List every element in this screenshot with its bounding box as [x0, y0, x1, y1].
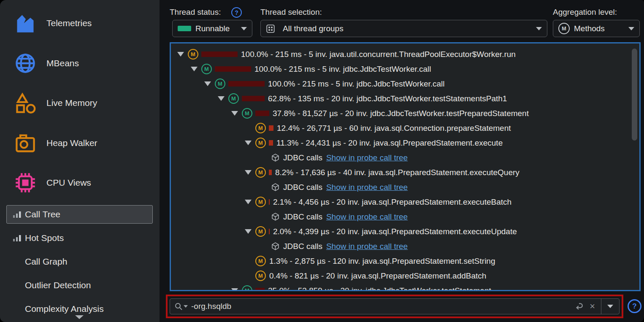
call-tree-row[interactable]: M 37.8% - 81,527 µs - 20 inv. jdbc.JdbcT… — [171, 106, 639, 121]
expand-arrow-icon[interactable] — [229, 111, 240, 116]
thread-status-help-icon[interactable]: ? — [231, 7, 242, 18]
probe-row[interactable]: JDBC calls Show in probe call tree — [171, 150, 639, 165]
sidebar-item-telemetries[interactable]: Telemetries — [0, 11, 160, 35]
icon-placeholder — [12, 304, 22, 314]
thread-status-value: Runnable — [195, 24, 230, 33]
call-tree-panel: M 100.0% - 215 ms - 5 inv. java.util.con… — [170, 42, 641, 291]
thread-selection-select[interactable]: All thread groups — [260, 20, 547, 37]
expand-arrow-icon[interactable] — [243, 170, 254, 175]
method-icon: M — [255, 226, 266, 237]
call-tree-row-label: 100.0% - 215 ms - 5 inv. jdbc.JdbcTestWo… — [254, 65, 431, 74]
call-tree-row[interactable]: M 0.4% - 821 µs - 20 inv. java.sql.Prepa… — [171, 268, 639, 283]
sidebar-item-mbeans[interactable]: MBeans — [0, 51, 160, 75]
probe-row[interactable]: JDBC calls Show in probe call tree — [171, 239, 639, 254]
expand-arrow-icon[interactable] — [189, 67, 200, 71]
call-tree-row[interactable]: M 62.8% - 135 ms - 20 inv. jdbc.JdbcTest… — [171, 91, 639, 106]
call-tree-row[interactable]: M 8.2% - 17,636 µs - 40 inv. java.sql.Pr… — [171, 165, 639, 180]
aggregation-level-label: Aggregation level: — [553, 8, 617, 17]
call-tree-row[interactable]: M 2.1% - 4,456 µs - 20 inv. java.sql.Pre… — [171, 195, 639, 209]
search-input[interactable]: -org.hsqldb × — [170, 298, 620, 314]
expand-arrow-icon[interactable] — [202, 81, 213, 86]
sidebar-item-live-memory[interactable]: Live Memory — [0, 91, 160, 115]
call-tree-row[interactable]: M 25.0% - 53,859 µs - 20 inv. jdbc.JdbcT… — [171, 283, 639, 291]
show-in-probe-link[interactable]: Show in probe call tree — [326, 183, 408, 192]
method-icon: M — [255, 256, 266, 266]
sidebar-item-heap-walker[interactable]: Heap Walker — [0, 131, 160, 155]
call-tree-row-label: 1.3% - 2,875 µs - 120 inv. java.sql.Prep… — [269, 257, 495, 266]
show-in-probe-link[interactable]: Show in probe call tree — [326, 242, 408, 251]
call-tree-row-label: 8.2% - 17,636 µs - 40 inv. java.sql.Prep… — [275, 168, 520, 177]
time-bar — [242, 96, 265, 101]
call-tree-row-label: 100.0% - 215 ms - 5 inv. java.util.concu… — [241, 50, 516, 59]
method-icon: M — [255, 138, 266, 148]
method-icon: M — [255, 123, 266, 133]
method-icon: M — [242, 108, 252, 119]
call-tree-row[interactable]: M 12.4% - 26,771 µs - 60 inv. java.sql.C… — [171, 121, 639, 135]
probe-label: JDBC calls — [283, 242, 322, 251]
sidebar-item-label: Telemetries — [46, 18, 92, 28]
sidebar-item-call-graph[interactable]: Call Graph — [6, 252, 153, 271]
call-tree-row[interactable]: M 2.0% - 4,399 µs - 20 inv. java.sql.Pre… — [171, 224, 639, 239]
expand-arrow-icon[interactable] — [175, 52, 186, 57]
time-bar — [201, 51, 238, 57]
probe-row[interactable]: JDBC calls Show in probe call tree — [171, 180, 639, 195]
search-query: -org.hsqldb — [191, 302, 574, 311]
bar-chart-icon — [12, 233, 22, 243]
time-bar — [255, 288, 265, 291]
time-bar — [269, 140, 273, 146]
call-tree-search-bar: -org.hsqldb × — [166, 295, 623, 318]
expand-arrow-icon[interactable] — [229, 288, 240, 291]
help-button[interactable]: ? — [628, 299, 641, 313]
search-options-dropdown[interactable] — [601, 299, 619, 314]
time-bar — [269, 125, 273, 131]
clear-search-icon[interactable]: × — [590, 302, 595, 311]
thread-selection-label: Thread selection: — [260, 8, 322, 17]
show-in-probe-link[interactable]: Show in probe call tree — [326, 153, 408, 162]
chevron-down-icon — [628, 27, 634, 30]
sidebar-subitem-label: Call Tree — [25, 209, 60, 219]
sidebar-item-hot-spots[interactable]: Hot Spots — [6, 229, 153, 247]
probe-label: JDBC calls — [283, 212, 322, 222]
sidebar-subitem-label: Outlier Detection — [25, 280, 91, 290]
call-tree-row-label: 100.0% - 215 ms - 5 inv. jdbc.JdbcTestWo… — [268, 79, 445, 89]
icon-placeholder — [12, 281, 22, 290]
call-tree-row-label: 0.4% - 821 µs - 20 inv. java.sql.Prepare… — [269, 271, 486, 281]
sidebar-item-cpu-views[interactable]: CPU Views — [0, 171, 160, 195]
sidebar-scroll-down-icon[interactable] — [75, 315, 84, 319]
probe-label: JDBC calls — [283, 183, 322, 192]
call-tree-row[interactable]: M 100.0% - 215 ms - 5 inv. jdbc.JdbcTest… — [171, 76, 639, 91]
expand-arrow-icon[interactable] — [243, 200, 254, 204]
apply-filter-icon[interactable] — [574, 301, 584, 311]
globe-icon — [14, 52, 36, 74]
cpu-chip-icon — [14, 172, 36, 194]
sidebar-item-label: CPU Views — [46, 178, 91, 188]
chevron-down-icon — [607, 305, 613, 308]
telemetries-icon — [14, 12, 36, 34]
chevron-down-icon — [536, 27, 542, 30]
probe-cube-icon — [271, 242, 280, 251]
sidebar-item-call-tree[interactable]: Call Tree — [6, 205, 153, 224]
call-tree-row[interactable]: M 1.3% - 2,875 µs - 120 inv. java.sql.Pr… — [171, 254, 639, 268]
call-tree-row[interactable]: M 100.0% - 215 ms - 5 inv. jdbc.JdbcTest… — [171, 62, 639, 76]
method-icon: M — [255, 197, 266, 207]
call-tree-row[interactable]: M 11.3% - 24,431 µs - 20 inv. java.sql.P… — [171, 135, 639, 150]
method-icon: M — [228, 93, 239, 104]
sidebar-subitem-label: Call Graph — [25, 257, 67, 267]
call-tree-row[interactable]: M 100.0% - 215 ms - 5 inv. java.util.con… — [171, 47, 639, 62]
search-icon[interactable] — [174, 302, 188, 311]
expand-arrow-icon[interactable] — [243, 141, 254, 145]
probe-cube-icon — [271, 153, 280, 162]
expand-arrow-icon[interactable] — [216, 96, 227, 101]
probe-row[interactable]: JDBC calls Show in probe call tree — [171, 209, 639, 224]
sidebar-item-outlier-detection[interactable]: Outlier Detection — [6, 276, 153, 295]
method-icon: M — [201, 64, 212, 74]
thread-status-select[interactable]: Runnable — [172, 20, 252, 37]
expand-arrow-icon[interactable] — [243, 229, 254, 234]
vertical-scrollbar-thumb[interactable] — [632, 49, 637, 141]
thread-status-label: Thread status: — [170, 8, 221, 17]
show-in-probe-link[interactable]: Show in probe call tree — [326, 212, 408, 222]
method-icon: M — [215, 78, 225, 89]
aggregation-level-select[interactable]: M Methods — [553, 20, 640, 37]
bar-chart-icon — [12, 210, 22, 219]
method-icon: M — [188, 49, 198, 60]
